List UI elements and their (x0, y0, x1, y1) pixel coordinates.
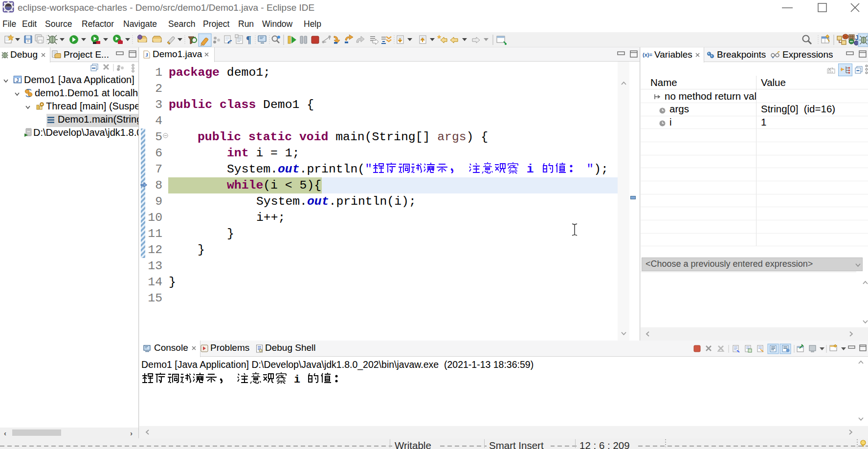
svg-text:J: J (16, 78, 19, 83)
svg-text:J: J (145, 52, 148, 58)
svg-text:¶: ¶ (246, 34, 251, 45)
svg-text:(x)=: (x)= (643, 52, 652, 58)
